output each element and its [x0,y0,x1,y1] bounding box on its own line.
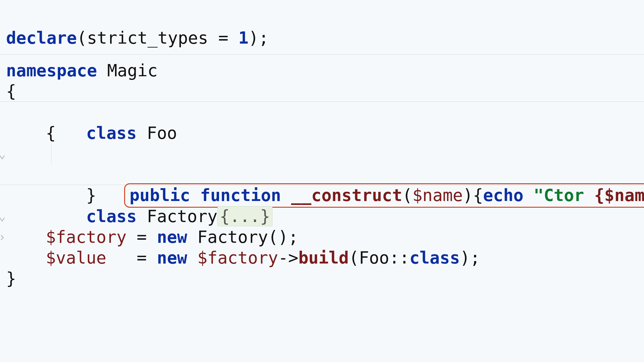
keyword-new: new [157,248,187,267]
fold-gutter-icon[interactable]: ⌄ [0,206,4,226]
keyword-new: new [157,227,187,247]
code-editor: declare(strict_types = 1); namespace Mag… [0,0,644,362]
code-line: ›class Factory{...} [6,185,644,206]
brace: { [46,123,56,143]
brace: } [6,269,16,288]
brace: { [6,81,16,101]
code-text: Factory(); [187,227,298,247]
code-line: $factory = new Factory(); [6,227,644,247]
code-line: } [6,268,644,289]
separator [0,54,644,55]
code-text: Magic [97,61,158,80]
code-line-highlighted: public function __construct($name){echo … [6,143,644,164]
code-text [187,248,197,267]
code-text: = [106,248,157,267]
variable: $value [46,248,106,267]
keyword-declare: declare [6,28,77,48]
code-line: namespace Magic [6,60,644,81]
fold-gutter-icon[interactable]: › [0,227,4,247]
code-text: = [127,227,157,247]
code-line: { [6,123,644,143]
code-text: ); [249,28,269,48]
code-line: declare(strict_types = 1); [6,27,644,48]
number-literal: 1 [239,28,249,48]
code-line: { [6,81,644,102]
arrow-operator: -> [278,248,298,267]
code-text: (Foo:: [349,248,409,267]
variable: $factory [46,227,127,247]
keyword-class-const: class [409,248,460,267]
keyword-namespace: namespace [6,61,97,80]
code-line: ⌄} [6,164,644,185]
code-text: (strict_types = [77,28,239,48]
fold-gutter-icon[interactable]: ⌄ [0,143,4,164]
variable: $factory [197,248,278,267]
indent-guide [51,143,52,164]
method-name: build [298,248,349,267]
code-line-blank [6,206,644,227]
code-line: $value = new $factory->build(Foo::class)… [6,247,644,268]
code-text: ); [460,248,480,267]
code-line: ⌄class Foo [6,102,644,123]
